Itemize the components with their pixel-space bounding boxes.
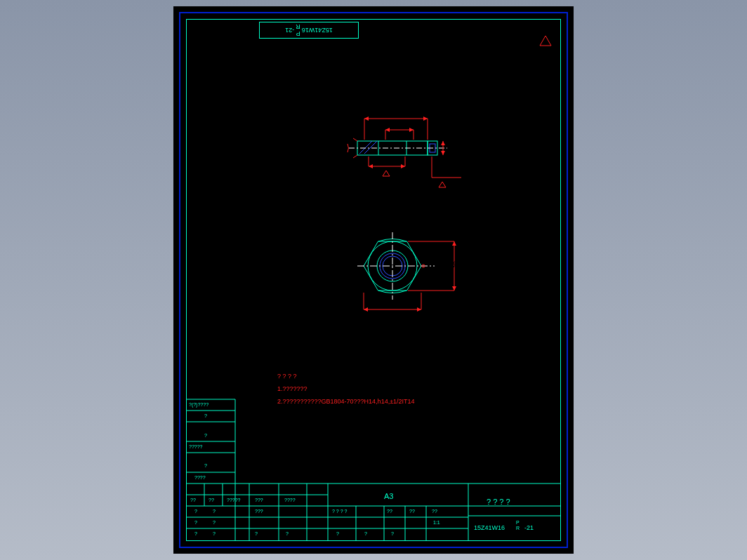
surface-finish-main-value: 12.5 (536, 29, 548, 36)
sf-small-2: 6.3 (437, 189, 444, 194)
tb-b3: ? (391, 531, 394, 536)
left-q2: ? (204, 433, 207, 438)
drawing-code-letters: PR (516, 520, 520, 531)
tb-col3: ?? (432, 509, 437, 514)
tb-r3c4: ? (286, 531, 289, 536)
section-view (349, 138, 447, 158)
titleblock-grid (186, 399, 561, 541)
drawing-number: 15Z41W16 (474, 524, 505, 531)
tb-ll2: ?? (209, 498, 214, 502)
tb-r3c3: ? (255, 531, 258, 536)
dim-m4: M4????? (435, 171, 458, 177)
dim-15: 15 (395, 122, 402, 129)
dim-15deg: 15° (333, 140, 343, 147)
dim-36: 36 (451, 260, 458, 269)
plan-view: 41.6 36 (357, 232, 458, 321)
left-row1: ?(?)???? (189, 402, 209, 407)
tb-ll5: ???? (284, 498, 296, 502)
tb-ll1: ?? (190, 498, 196, 502)
tb-r1c1: ? (194, 509, 197, 514)
dim-7: 7 (446, 145, 449, 152)
notes-line1: 1.??????? (277, 385, 308, 392)
sf-small-1: 6.3 (381, 178, 388, 182)
tb-b1: ? (336, 531, 339, 536)
tb-b2: ? (364, 531, 367, 536)
notes-line2: 2.???????????GB1804-70???H14,h14,±1/2IT1… (277, 398, 415, 405)
tb-r2c1: ? (194, 520, 197, 525)
svg-line-9 (353, 155, 357, 158)
tb-col1: ?? (387, 509, 392, 514)
tb-header: ? ? ? ? (332, 509, 347, 514)
left-row3: ???? (194, 475, 206, 480)
tb-ll4: ??? (255, 498, 263, 502)
tb-r2c2: ? (213, 520, 216, 525)
dim-d36: ø36 (386, 109, 399, 117)
dim-41-6: 41.6 (385, 313, 399, 321)
surface-finish-main: 12.5 ?? (524, 29, 551, 51)
title-text: ? ? ? ? (487, 498, 510, 506)
notes-heading: ? ? ? ? (277, 373, 297, 380)
tb-ll3: ????? (227, 498, 240, 502)
svg-line-8 (353, 138, 357, 141)
drawing-suffix: -21 (524, 524, 534, 531)
left-q3: ? (204, 463, 207, 468)
scale: 1:1 (433, 520, 440, 525)
tb-r1c3: ??? (255, 509, 263, 514)
left-q1: ? (204, 413, 207, 418)
qmark-tr: ?? (524, 44, 531, 51)
dim-m22: M22×1.5 (374, 159, 397, 166)
left-row2: ????? (189, 444, 202, 449)
tb-r1c2: ? (213, 509, 216, 514)
tb-col2: ?? (409, 509, 415, 514)
tb-r3c2: ? (213, 531, 216, 536)
cad-drawing-sheet: 15Z41W16 PR -21 12.5 ?? (173, 6, 574, 554)
sheet-size: A3 (384, 492, 393, 500)
section-dimensions: ø36 15 7 15° M22×1.5 6.3 (333, 109, 461, 194)
tb-r3c1: ? (194, 531, 197, 536)
